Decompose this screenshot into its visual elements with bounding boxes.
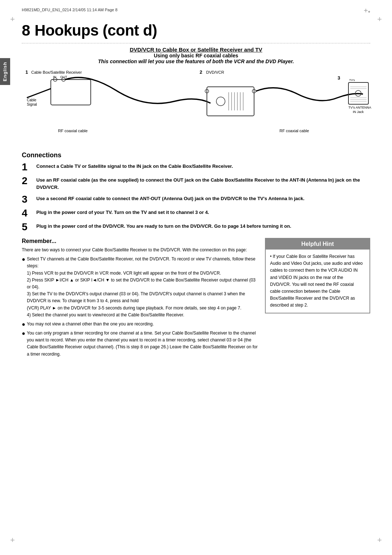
step-item-4: 4 Plug in the power cord of your TV. Tur… [22, 209, 370, 218]
bullet-text-2: You may not view a channel other than th… [27, 321, 154, 328]
step-text-2: Use an RF coaxial cable (as the one supp… [36, 177, 370, 191]
main-content: 8 Hookups (cont d) DVD/VCR to Cable Box … [22, 22, 370, 533]
helpful-hint-body: If your Cable Box or Satellite Receiver … [266, 250, 369, 313]
remember-bullet-3: ● You can only program a timer recording… [22, 330, 258, 358]
crosshair-tl-icon: + [10, 15, 15, 23]
remember-section: Remember... There are two ways to connec… [22, 238, 258, 360]
section-heading-line2: Using only basic RF coaxial cables [22, 53, 370, 58]
svg-rect-4 [51, 80, 91, 105]
section-heading: DVD/VCR to Cable Box or Satellite Receiv… [22, 46, 370, 64]
header-bar: H9821MD_DFU_EN1_0214 2/14/05 11:14 AM Pa… [22, 7, 370, 13]
remember-bullet-1: ● Select TV channels at the Cable Box/Sa… [22, 256, 258, 319]
section-heading-line3: This connection will let you use the fea… [22, 58, 370, 64]
step-item-3: 3 Use a second RF coaxial cable to conne… [22, 195, 370, 204]
svg-point-14 [216, 97, 225, 106]
page-number: 8 [22, 22, 30, 39]
crosshair-bl-icon: + [10, 536, 15, 544]
dotted-divider [22, 43, 370, 44]
bullet-dot-3: ● [22, 330, 27, 337]
connection-diagram: 1 Cable Box/Satellite Receiver Cable Sig… [22, 69, 370, 141]
bullet-dot-1: ● [22, 256, 27, 263]
svg-text:DVD/VCR: DVD/VCR [206, 70, 224, 74]
svg-line-9 [27, 89, 51, 98]
svg-text:IN Jack: IN Jack [353, 110, 364, 114]
svg-rect-13 [207, 87, 254, 116]
svg-text:Cable: Cable [27, 98, 37, 102]
diagram-area: 1 Cable Box/Satellite Receiver Cable Sig… [22, 69, 370, 145]
svg-text:Signal: Signal [27, 102, 37, 106]
english-tab: English [0, 58, 10, 85]
step-num-5: 5 [22, 222, 33, 232]
header-crosshair-icon: + [364, 7, 370, 13]
bullet-text-3: You can only program a timer recording f… [27, 330, 258, 358]
crosshair-tr-icon: + [377, 15, 382, 23]
step-num-4: 4 [22, 208, 33, 218]
bottom-section: Remember... There are two ways to connec… [22, 238, 370, 360]
svg-text:Cable Box/Satellite Receiver: Cable Box/Satellite Receiver [31, 70, 82, 74]
connections-title: Connections [22, 151, 370, 159]
section-heading-line1: DVD/VCR to Cable Box or Satellite Receiv… [22, 46, 370, 53]
step-list: 1 Connect a Cable TV or Satellite signal… [22, 163, 370, 232]
remember-intro: There are two ways to connect your Cable… [22, 247, 258, 254]
step-text-5: Plug in the power cord of the DVD/VCR. Y… [36, 223, 291, 230]
crosshair-br-icon: + [377, 536, 382, 544]
step-text-4: Plug in the power cord of your TV. Turn … [36, 209, 209, 216]
svg-text:OUT: OUT [60, 75, 68, 79]
helpful-hint-box: Helpful Hint If your Cable Box or Satell… [265, 238, 370, 313]
page-title: Hookups (cont d) [34, 22, 157, 39]
step-text-1: Connect a Cable TV or Satellite signal t… [36, 163, 233, 170]
svg-text:2: 2 [200, 69, 202, 75]
svg-text:3: 3 [338, 75, 340, 81]
svg-text:RF coaxial cable: RF coaxial cable [279, 129, 309, 133]
helpful-hint-text: If your Cable Box or Satellite Receiver … [270, 253, 365, 309]
bullet-text-1: Select TV channels at the Cable Box/Sate… [27, 256, 258, 319]
remember-title: Remember... [22, 238, 258, 244]
step-item-5: 5 Plug in the power cord of the DVD/VCR.… [22, 223, 370, 232]
step-num-2: 2 [22, 176, 33, 186]
step-text-3: Use a second RF coaxial cable to connect… [36, 195, 305, 202]
remember-bullet-2: ● You may not view a channel other than … [22, 321, 258, 328]
svg-text:IN: IN [53, 75, 56, 79]
step-num-3: 3 [22, 194, 33, 204]
step-item-1: 1 Connect a Cable TV or Satellite signal… [22, 163, 370, 172]
svg-text:TV's ANTENNA: TV's ANTENNA [348, 106, 371, 109]
helpful-hint-title: Helpful Hint [266, 239, 369, 250]
svg-text:1: 1 [25, 69, 28, 75]
svg-text:RF coaxial cable: RF coaxial cable [58, 129, 87, 133]
step-num-1: 1 [22, 162, 33, 172]
bullet-dot-2: ● [22, 321, 27, 328]
svg-text:TV's: TV's [349, 78, 355, 82]
step-item-2: 2 Use an RF coaxial cable (as the one su… [22, 177, 370, 191]
header-text: H9821MD_DFU_EN1_0214 2/14/05 11:14 AM Pa… [22, 8, 118, 12]
